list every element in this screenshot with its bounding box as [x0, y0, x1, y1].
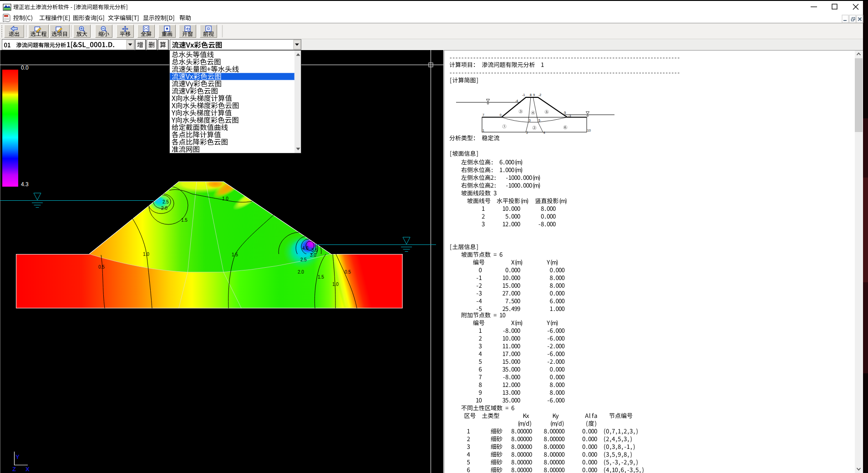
svg-text:0.0: 0.0	[21, 65, 29, 71]
svg-text:3.5: 3.5	[311, 248, 318, 253]
svg-text:2.0: 2.0	[298, 270, 304, 275]
svg-text:1.5: 1.5	[232, 252, 238, 257]
svg-text:4.6: 4.6	[302, 246, 309, 251]
svg-text:1.5: 1.5	[318, 275, 324, 280]
svg-text:X: X	[25, 466, 30, 473]
svg-text:1.5: 1.5	[181, 218, 188, 223]
svg-text:1: 1	[482, 129, 484, 132]
svg-text:3: 3	[529, 119, 531, 122]
svg-text:-4: -4	[515, 99, 518, 102]
svg-text:1.0: 1.0	[143, 252, 149, 257]
svg-text:9: 9	[533, 93, 535, 97]
svg-text:7: 7	[482, 113, 484, 117]
svg-text:0.5: 0.5	[98, 264, 105, 270]
svg-text:4.3: 4.3	[21, 181, 29, 188]
svg-text:Z: Z	[12, 466, 16, 473]
svg-text:2.5: 2.5	[162, 199, 169, 204]
svg-text:2.5: 2.5	[300, 257, 307, 262]
svg-text:-2: -2	[538, 93, 541, 97]
svg-text:2: 2	[526, 131, 528, 134]
svg-text:Y: Y	[15, 453, 20, 460]
svg-text:-3: -3	[568, 114, 571, 117]
svg-text:0: 0	[500, 113, 502, 117]
svg-text:-5: -5	[563, 111, 566, 114]
svg-text:4: 4	[543, 131, 545, 134]
svg-text:1.0: 1.0	[222, 196, 228, 201]
svg-text:3.0: 3.0	[310, 253, 316, 258]
svg-text:8: 8	[530, 93, 532, 97]
svg-text:2.0: 2.0	[161, 206, 168, 211]
svg-text:-1: -1	[522, 93, 525, 97]
svg-text:0.5: 0.5	[345, 270, 351, 275]
svg-text:5: 5	[538, 119, 540, 122]
svg-text:1.0: 1.0	[332, 282, 339, 287]
svg-text:10: 10	[587, 129, 591, 132]
